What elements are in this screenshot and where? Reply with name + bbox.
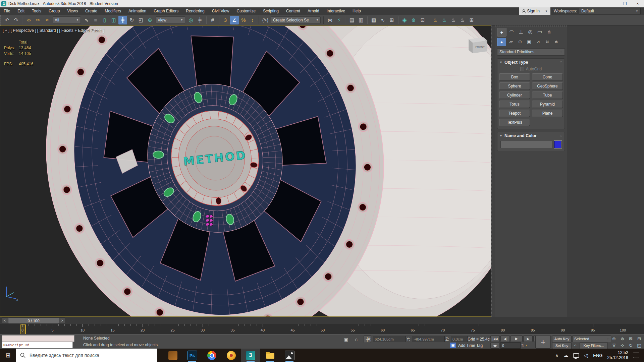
tab-display[interactable]: ▭ bbox=[535, 28, 544, 36]
maximize-viewport-icon[interactable]: ◱ bbox=[635, 342, 643, 349]
menu-animation[interactable]: Animation bbox=[125, 7, 150, 15]
zoom-extents-icon[interactable]: ⊠ bbox=[627, 335, 635, 342]
viewport-canvas[interactable]: METHOD FRONT x bbox=[0, 26, 491, 316]
ab-compare-icon[interactable]: ⊞ bbox=[467, 16, 476, 24]
menu-graph-editors[interactable]: Graph Editors bbox=[150, 7, 182, 15]
next-frame-button[interactable]: |▶ bbox=[523, 336, 533, 342]
tab-motion[interactable]: ◎ bbox=[526, 28, 535, 36]
menu-scripting[interactable]: Scripting bbox=[259, 7, 282, 15]
menu-file[interactable]: File bbox=[0, 7, 14, 15]
curve-editor-icon[interactable]: ∿ bbox=[378, 16, 387, 24]
perspective-viewport[interactable]: METHOD FRONT x bbox=[0, 25, 491, 317]
menu-civil-view[interactable]: Civil View bbox=[208, 7, 233, 15]
zoom-all-icon[interactable]: ⊛ bbox=[618, 335, 627, 342]
search-input[interactable] bbox=[29, 352, 144, 358]
onedrive-cloud-icon[interactable]: ☁ bbox=[563, 352, 569, 359]
category-systems[interactable]: ∗ bbox=[552, 38, 560, 46]
redo-icon[interactable]: ↷ bbox=[12, 16, 20, 24]
toolbar-dock-handle[interactable] bbox=[0, 15, 3, 25]
orbit-icon[interactable]: ↻ bbox=[627, 342, 635, 349]
key-mode-toggle[interactable]: ◀▶ bbox=[490, 342, 500, 349]
menu-customize[interactable]: Customize bbox=[233, 7, 260, 15]
autogrid-checkbox[interactable] bbox=[520, 67, 524, 71]
reference-coordinate-dropdown[interactable]: View▼ bbox=[156, 16, 185, 24]
percent-snap-icon[interactable]: % bbox=[239, 16, 248, 24]
isolate-selection-icon[interactable]: ▣ bbox=[343, 336, 350, 343]
viewport-label[interactable]: [ + ] [ Perspective ] [ Standard ] [ Fac… bbox=[3, 28, 104, 33]
category-helpers[interactable]: ⊿ bbox=[534, 38, 542, 46]
photoshop-icon[interactable]: Ps bbox=[182, 349, 202, 362]
object-name-input[interactable] bbox=[500, 141, 552, 148]
go-to-start-button[interactable]: |◀◀ bbox=[490, 336, 500, 342]
minimize-button[interactable]: – bbox=[606, 0, 619, 7]
time-slider-thumb[interactable]: 0 / 100 bbox=[8, 317, 59, 324]
menu-group[interactable]: Group bbox=[45, 7, 63, 15]
tools-app-icon[interactable] bbox=[163, 349, 182, 362]
category-cameras[interactable]: ▣ bbox=[525, 38, 533, 46]
show-hidden-icons-chevron[interactable]: ∧ bbox=[555, 353, 558, 358]
y-coordinate-field[interactable]: -484,997cm bbox=[412, 336, 445, 342]
render-activeshade-icon[interactable]: ♨ bbox=[440, 16, 449, 24]
schematic-view-icon[interactable]: ⊞ bbox=[387, 16, 396, 24]
current-frame-field[interactable] bbox=[500, 342, 521, 349]
current-frame-marker[interactable] bbox=[20, 324, 26, 335]
select-and-move-icon[interactable]: ╋ bbox=[118, 16, 127, 24]
material-editor-icon[interactable]: ◉ bbox=[400, 16, 409, 24]
tab-utilities[interactable]: ⋔ bbox=[545, 28, 553, 36]
edit-named-selection-sets-icon[interactable]: {✎} bbox=[261, 16, 270, 24]
category-space-warps[interactable]: ≋ bbox=[543, 38, 551, 46]
selection-filter-dropdown[interactable]: All▼ bbox=[53, 16, 81, 24]
network-icon[interactable] bbox=[573, 353, 579, 358]
maximize-button[interactable]: ❐ bbox=[619, 0, 631, 7]
object-type-header[interactable]: ▼ Object Type ⁙ bbox=[497, 59, 565, 66]
spinner-snap-icon[interactable]: ↕ bbox=[248, 16, 257, 24]
key-selection-dropdown[interactable]: Selected ▼ bbox=[572, 336, 611, 342]
create-tube-button[interactable]: Tube bbox=[532, 92, 563, 99]
create-textplus-button[interactable]: TextPlus bbox=[499, 119, 530, 126]
use-pivot-center-icon[interactable]: ◎ bbox=[186, 16, 195, 24]
track-bar[interactable]: ⁙ ∿ 051015202530354045505560657075808590… bbox=[0, 324, 644, 334]
category-geometry[interactable]: ● bbox=[497, 38, 506, 46]
chrome-icon[interactable] bbox=[202, 349, 221, 362]
menu-tools[interactable]: Tools bbox=[28, 7, 45, 15]
select-and-link-icon[interactable]: ∞ bbox=[24, 16, 33, 24]
3dsmax-icon[interactable]: 3 bbox=[241, 349, 260, 362]
angle-snap-icon[interactable]: ∠ bbox=[230, 16, 239, 24]
select-and-rotate-icon[interactable]: ↻ bbox=[127, 16, 136, 24]
set-keys-button[interactable]: + bbox=[535, 335, 551, 349]
rendered-frame-window-icon[interactable]: ⊡ bbox=[418, 16, 427, 24]
file-explorer-icon[interactable] bbox=[260, 349, 280, 362]
time-tag-cube-icon[interactable]: ▣ bbox=[450, 343, 456, 348]
menu-content[interactable]: Content bbox=[282, 7, 304, 15]
time-configuration-icon[interactable]: ◔ bbox=[525, 343, 527, 348]
create-plane-button[interactable]: Plane bbox=[532, 110, 563, 117]
maxscript-mini-listener[interactable]: MAXScript Mi bbox=[2, 342, 73, 348]
maxscript-mini-listener-top[interactable] bbox=[2, 335, 74, 342]
ribbon-toggle-icon[interactable]: ▦ bbox=[369, 16, 378, 24]
render-last-icon[interactable]: ♨ bbox=[458, 16, 467, 24]
render-iterative-icon[interactable]: ♨ bbox=[449, 16, 458, 24]
window-crossing-icon[interactable]: ◫ bbox=[109, 16, 118, 24]
select-and-scale-icon[interactable]: ◰ bbox=[137, 16, 145, 24]
taskbar-search[interactable] bbox=[16, 349, 157, 362]
tab-hierarchy[interactable]: ⊥ bbox=[517, 28, 525, 36]
tab-create[interactable]: + bbox=[497, 28, 506, 37]
menu-views[interactable]: Views bbox=[63, 7, 82, 15]
menu-interactive[interactable]: Interactive bbox=[323, 7, 349, 15]
auto-key-button[interactable]: Auto Key bbox=[552, 336, 572, 342]
media-app-icon[interactable] bbox=[221, 349, 241, 362]
viewcube[interactable]: FRONT bbox=[469, 37, 487, 53]
category-shapes[interactable]: ▱ bbox=[507, 38, 515, 46]
tab-modify[interactable]: ◠ bbox=[507, 28, 516, 36]
menu-arnold[interactable]: Arnold bbox=[304, 7, 323, 15]
name-color-header[interactable]: ▼ Name and Color ⁙ bbox=[497, 132, 565, 139]
menu-help[interactable]: Help bbox=[349, 7, 365, 15]
named-selection-set-dropdown[interactable]: Create Selection Se▼ bbox=[271, 16, 321, 24]
rect-selection-region-icon[interactable]: ▯ bbox=[100, 16, 109, 24]
key-filter-icon[interactable]: ⁘ bbox=[572, 342, 578, 348]
layer-explorer-icon[interactable]: ▥ bbox=[357, 16, 365, 24]
z-coordinate-field[interactable]: 0,0cm bbox=[451, 336, 468, 342]
photos-icon[interactable] bbox=[280, 349, 299, 362]
create-cone-button[interactable]: Cone bbox=[532, 73, 563, 81]
action-center-icon[interactable] bbox=[633, 353, 639, 358]
